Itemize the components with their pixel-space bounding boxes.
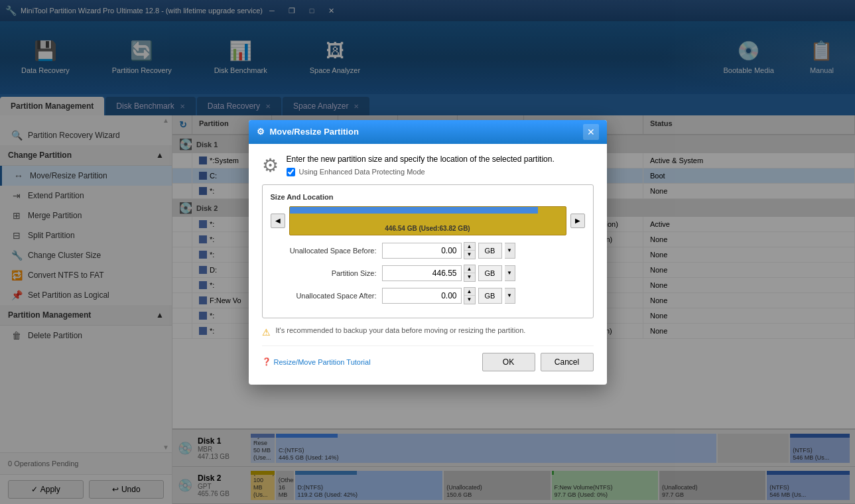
unalloc-after-spin-up[interactable]: ▲	[464, 288, 475, 296]
unalloc-before-label: Unallocated Space Before:	[271, 247, 377, 255]
partition-size-spin-down[interactable]: ▼	[464, 273, 475, 281]
unalloc-before-spin-down[interactable]: ▼	[464, 251, 475, 259]
modal-close-button[interactable]: ✕	[583, 124, 599, 140]
unalloc-after-input-group: ▲ ▼ GB ▼	[382, 287, 515, 304]
unalloc-before-spin: ▲ ▼	[464, 242, 476, 259]
tutorial-link[interactable]: ❓ Resize/Move Partition Tutorial	[262, 357, 371, 366]
unalloc-before-spin-up[interactable]: ▲	[464, 243, 475, 251]
slider-track[interactable]: 446.54 GB (Used:63.82 GB)	[289, 206, 566, 235]
modal-desc-text: Enter the new partition size and specify…	[287, 155, 555, 164]
warning-row: ⚠ It's recommended to backup your data b…	[262, 326, 594, 338]
unalloc-before-unit-dropdown[interactable]: ▼	[505, 243, 515, 259]
unalloc-after-input[interactable]	[382, 288, 462, 304]
partition-slider: ◀ 446.54 GB (Used:63.82 GB) ▶	[271, 206, 585, 235]
partition-size-unit: GB	[478, 265, 502, 281]
unalloc-after-unit: GB	[478, 288, 502, 304]
partition-size-spin: ▲ ▼	[464, 265, 476, 282]
modal-header: ⚙ Move/Resize Partition ✕	[249, 120, 607, 144]
unalloc-before-input-group: ▲ ▼ GB ▼	[382, 242, 515, 259]
partition-size-spin-up[interactable]: ▲	[464, 265, 475, 273]
modal-body: ⚙ Enter the new partition size and speci…	[249, 144, 607, 385]
field-partition-size: Partition Size: ▲ ▼ GB ▼	[271, 265, 585, 282]
ok-button[interactable]: OK	[482, 353, 535, 371]
cancel-button[interactable]: Cancel	[541, 353, 594, 371]
modal-overlay[interactable]: ⚙ Move/Resize Partition ✕ ⚙ Enter the ne…	[0, 0, 855, 504]
unalloc-after-spin-down[interactable]: ▼	[464, 296, 475, 304]
modal-desc-content: Enter the new partition size and specify…	[287, 155, 555, 176]
modal-footer: ❓ Resize/Move Partition Tutorial OK Canc…	[262, 346, 594, 374]
field-unalloc-before: Unallocated Space Before: ▲ ▼ GB ▼	[271, 242, 585, 259]
size-location-section: Size And Location ◀ 446.54 GB (Used:63.8…	[262, 184, 594, 318]
modal-title: Move/Resize Partition	[270, 127, 359, 137]
size-location-title: Size And Location	[271, 193, 585, 201]
unalloc-after-spin: ▲ ▼	[464, 287, 476, 304]
move-resize-dialog: ⚙ Move/Resize Partition ✕ ⚙ Enter the ne…	[249, 120, 607, 385]
partition-size-label: Partition Size:	[271, 269, 377, 277]
modal-description: ⚙ Enter the new partition size and speci…	[262, 155, 594, 176]
modal-desc-icon: ⚙	[262, 155, 279, 176]
tutorial-help-icon: ❓	[262, 357, 271, 366]
unalloc-after-label: Unallocated Space After:	[271, 292, 377, 300]
slider-right-arrow[interactable]: ▶	[570, 214, 585, 228]
partition-size-input[interactable]	[382, 265, 462, 281]
unalloc-after-unit-dropdown[interactable]: ▼	[505, 288, 515, 304]
field-unalloc-after: Unallocated Space After: ▲ ▼ GB ▼	[271, 287, 585, 304]
enhanced-mode-label: Using Enhanced Data Protecting Mode	[299, 168, 425, 176]
warning-text: It's recommended to backup your data bef…	[276, 326, 526, 334]
unalloc-before-input[interactable]	[382, 243, 462, 259]
slider-label: 446.54 GB (Used:63.82 GB)	[385, 225, 470, 232]
warning-icon: ⚠	[262, 327, 271, 338]
slider-fill	[290, 207, 538, 214]
partition-size-input-group: ▲ ▼ GB ▼	[382, 265, 515, 282]
modal-checkbox-container: Using Enhanced Data Protecting Mode	[287, 168, 555, 176]
slider-left-arrow[interactable]: ◀	[271, 214, 285, 228]
modal-header-icon: ⚙	[257, 127, 265, 137]
unalloc-before-unit: GB	[478, 243, 502, 259]
partition-size-unit-dropdown[interactable]: ▼	[505, 265, 515, 281]
tutorial-link-text: Resize/Move Partition Tutorial	[274, 358, 371, 366]
enhanced-mode-checkbox[interactable]	[287, 168, 295, 176]
